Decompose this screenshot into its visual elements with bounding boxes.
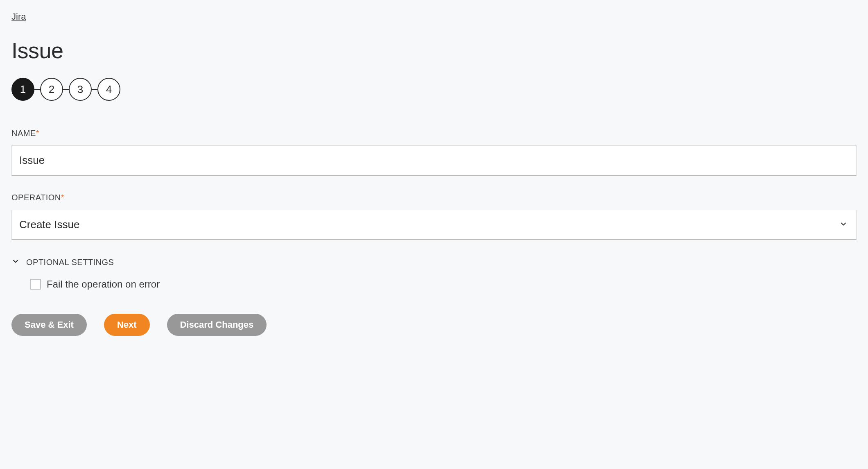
operation-select-wrapper: Create Issue bbox=[11, 210, 857, 240]
step-1[interactable]: 1 bbox=[11, 78, 34, 101]
required-asterisk-icon: * bbox=[36, 129, 39, 138]
wizard-stepper: 1 2 3 4 bbox=[11, 78, 857, 101]
operation-label-text: OPERATION bbox=[11, 193, 61, 202]
fail-on-error-row: Fail the operation on error bbox=[30, 279, 857, 290]
name-label: NAME* bbox=[11, 129, 857, 138]
step-connector bbox=[92, 89, 97, 90]
form-group-operation: OPERATION* Create Issue bbox=[11, 193, 857, 240]
next-button[interactable]: Next bbox=[104, 314, 150, 336]
step-connector bbox=[34, 89, 40, 90]
page-title: Issue bbox=[11, 38, 857, 63]
fail-on-error-checkbox[interactable] bbox=[30, 279, 41, 290]
discard-changes-button[interactable]: Discard Changes bbox=[167, 314, 267, 336]
save-exit-button[interactable]: Save & Exit bbox=[11, 314, 87, 336]
chevron-down-icon bbox=[11, 257, 20, 267]
optional-settings-toggle[interactable]: OPTIONAL SETTINGS bbox=[11, 257, 857, 267]
name-input[interactable] bbox=[11, 145, 857, 176]
operation-label: OPERATION* bbox=[11, 193, 857, 202]
form-group-name: NAME* bbox=[11, 129, 857, 176]
optional-settings-label: OPTIONAL SETTINGS bbox=[26, 258, 114, 267]
step-3[interactable]: 3 bbox=[69, 78, 92, 101]
breadcrumb-jira[interactable]: Jira bbox=[11, 11, 26, 22]
step-connector bbox=[63, 89, 69, 90]
step-4[interactable]: 4 bbox=[97, 78, 120, 101]
step-2[interactable]: 2 bbox=[40, 78, 63, 101]
action-buttons: Save & Exit Next Discard Changes bbox=[11, 314, 857, 336]
name-label-text: NAME bbox=[11, 129, 36, 138]
operation-select[interactable]: Create Issue bbox=[11, 210, 857, 240]
required-asterisk-icon: * bbox=[61, 193, 64, 202]
fail-on-error-label: Fail the operation on error bbox=[47, 279, 160, 290]
